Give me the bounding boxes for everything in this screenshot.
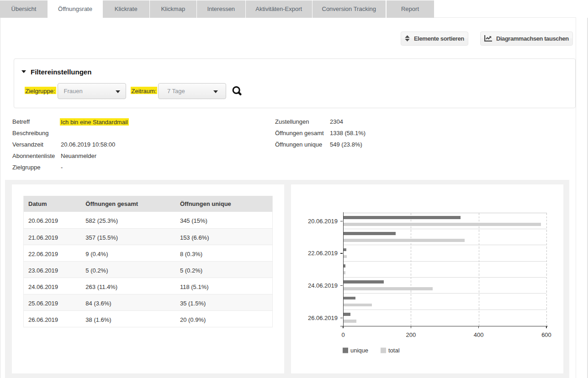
svg-text:26.06.2019: 26.06.2019	[308, 315, 338, 321]
svg-text:24.06.2019: 24.06.2019	[308, 282, 338, 289]
svg-text:0: 0	[341, 331, 344, 338]
svg-text:unique: unique	[350, 347, 368, 354]
svg-text:22.06.2019: 22.06.2019	[308, 250, 338, 257]
svg-text:20.06.2019: 20.06.2019	[308, 218, 338, 225]
svg-text:200: 200	[406, 331, 416, 338]
svg-text:600: 600	[541, 331, 551, 338]
svg-text:400: 400	[474, 331, 484, 338]
svg-text:total: total	[388, 347, 400, 354]
